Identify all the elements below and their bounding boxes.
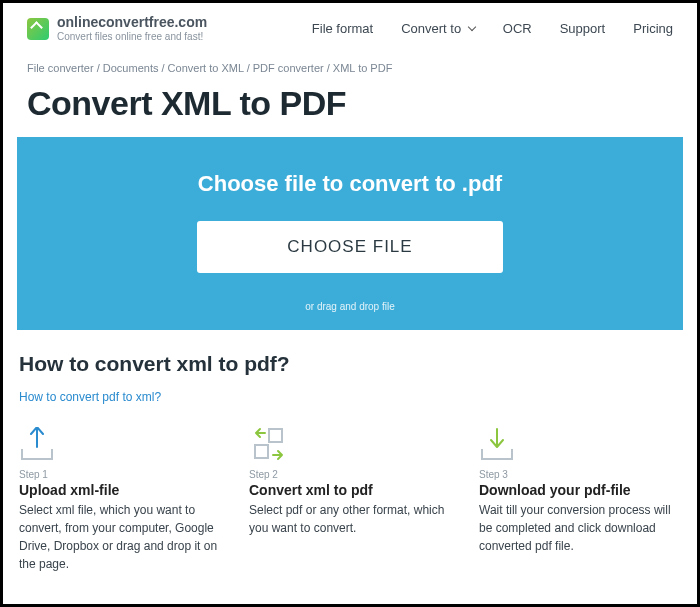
step-2: Step 2 Convert xml to pdf Select pdf or … <box>249 427 451 573</box>
header: onlineconvertfree.com Convert files onli… <box>3 3 697 46</box>
breadcrumb[interactable]: File converter / Documents / Convert to … <box>3 46 697 78</box>
brand[interactable]: onlineconvertfree.com Convert files onli… <box>57 15 207 42</box>
steps-row: Step 1 Upload xml-file Select xml file, … <box>3 405 697 573</box>
svg-rect-0 <box>269 429 282 442</box>
logo-icon[interactable] <box>27 18 49 40</box>
choose-file-button[interactable]: CHOOSE FILE <box>197 221 502 273</box>
step-label: Step 1 <box>19 469 221 480</box>
download-icon <box>479 427 681 463</box>
brand-tagline: Convert files online free and fast! <box>57 32 207 42</box>
step-label: Step 2 <box>249 469 451 480</box>
brand-name: onlineconvertfree.com <box>57 15 207 29</box>
step-title: Download your pdf-file <box>479 482 681 498</box>
nav-convert-to-label: Convert to <box>401 21 461 36</box>
nav-convert-to[interactable]: Convert to <box>401 21 475 36</box>
svg-rect-1 <box>255 445 268 458</box>
step-label: Step 3 <box>479 469 681 480</box>
nav-file-format[interactable]: File format <box>312 21 373 36</box>
upload-heading: Choose file to convert to .pdf <box>37 171 663 197</box>
drag-drop-hint: or drag and drop file <box>37 301 663 312</box>
nav-support[interactable]: Support <box>560 21 606 36</box>
upload-panel[interactable]: Choose file to convert to .pdf CHOOSE FI… <box>17 137 683 330</box>
step-text: Select pdf or any other format, which yo… <box>249 501 451 537</box>
nav-pricing[interactable]: Pricing <box>633 21 673 36</box>
step-text: Select xml file, which you want to conve… <box>19 501 221 573</box>
nav-ocr[interactable]: OCR <box>503 21 532 36</box>
step-title: Convert xml to pdf <box>249 482 451 498</box>
page-title: Convert XML to PDF <box>3 78 697 137</box>
main-nav: File format Convert to OCR Support Prici… <box>312 21 673 36</box>
convert-icon <box>249 427 451 463</box>
step-1: Step 1 Upload xml-file Select xml file, … <box>19 427 221 573</box>
step-3: Step 3 Download your pdf-file Wait till … <box>479 427 681 573</box>
howto-section: How to convert xml to pdf? How to conver… <box>3 330 697 405</box>
step-title: Upload xml-file <box>19 482 221 498</box>
upload-icon <box>19 427 221 463</box>
chevron-down-icon <box>468 23 476 31</box>
step-text: Wait till your conversion process will b… <box>479 501 681 555</box>
howto-reverse-link[interactable]: How to convert pdf to xml? <box>19 390 161 404</box>
howto-title: How to convert xml to pdf? <box>19 352 681 376</box>
